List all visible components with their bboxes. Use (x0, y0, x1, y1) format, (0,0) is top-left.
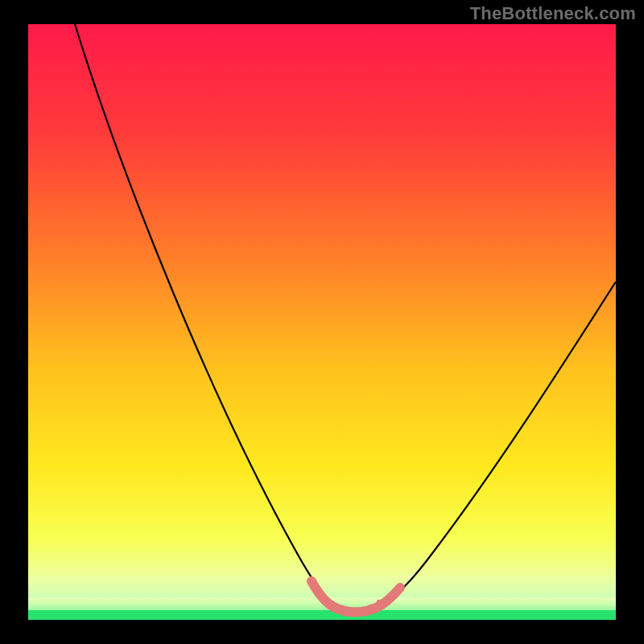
svg-point-2 (336, 607, 341, 612)
svg-point-5 (361, 608, 365, 613)
svg-point-3 (345, 609, 349, 614)
bottleneck-curve (28, 24, 616, 620)
chart-frame: TheBottleneck.com (0, 0, 644, 644)
curve-path (75, 24, 616, 612)
svg-point-4 (353, 609, 357, 614)
svg-point-7 (377, 600, 382, 605)
plot-area (28, 24, 616, 620)
watermark-text: TheBottleneck.com (470, 3, 636, 24)
svg-point-1 (328, 603, 333, 608)
curve-highlight (312, 581, 400, 612)
svg-point-6 (369, 605, 374, 609)
